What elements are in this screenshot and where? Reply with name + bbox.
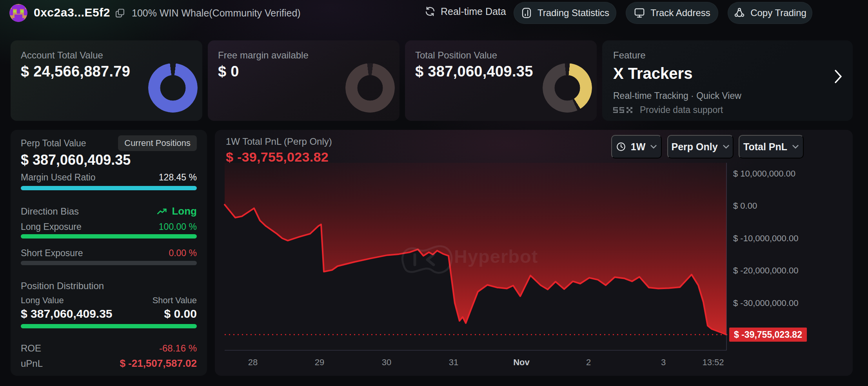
chevron-right-icon	[834, 69, 843, 84]
short-exposure-bar	[21, 261, 197, 265]
position-distribution-label: Position Distribution	[21, 280, 104, 291]
pixel-logo-icon	[613, 106, 634, 115]
panel-title: Perp Total Value	[21, 138, 86, 149]
card-title: Free margin available	[218, 50, 309, 61]
feature-x-trackers-card[interactable]: Feature X Trackers Real-time Tracking · …	[602, 40, 853, 121]
perp-total-value-panel: Perp Total Value Current Positions $ 387…	[11, 130, 207, 376]
clock-icon	[616, 142, 626, 152]
short-exposure-label: Short Exposure	[21, 248, 83, 259]
avatar	[9, 4, 27, 22]
x-tick-label: 28	[229, 357, 276, 368]
network-icon	[734, 7, 745, 19]
roe-label: ROE	[21, 343, 41, 354]
last-value-badge: $ -39,755,023.82	[729, 328, 807, 342]
copy-address-icon[interactable]	[114, 8, 125, 19]
feature-title: X Trackers	[613, 65, 692, 82]
pnl-chart-card: Hyperbot 1W Total PnL (Perp Only) $ -39,…	[215, 130, 853, 376]
realtime-data[interactable]: Real-time Data	[424, 5, 506, 17]
roe-value: -68.16 %	[159, 343, 197, 354]
trend-up-icon	[157, 207, 168, 216]
margin-used-value: 128.45 %	[159, 172, 197, 183]
card-title: Account Total Value	[21, 50, 103, 61]
position-donut-chart	[543, 63, 592, 113]
chevron-down-icon	[792, 144, 799, 149]
monitor-icon	[634, 7, 645, 19]
feature-support-row: Provide data support	[613, 105, 723, 115]
hyperbot-watermark-text: Hyperbot	[454, 246, 538, 267]
total-position-value: $ 387,060,409.35	[415, 63, 533, 80]
free-margin-card: Free margin available $ 0 Withdrawable 0…	[208, 40, 399, 121]
x-tick-label: 13:52	[690, 357, 737, 368]
timeframe-dropdown[interactable]: 1W	[611, 135, 662, 158]
long-value-label: Long Value	[21, 295, 64, 306]
chevron-down-icon	[723, 144, 730, 149]
long-value-amount: $ 387,060,409.35	[21, 307, 113, 320]
x-tick-label: 31	[430, 357, 477, 368]
x-tick-label: 29	[296, 357, 343, 368]
short-value-amount: $ 0.00	[164, 307, 197, 320]
chevron-down-icon	[650, 144, 657, 149]
trading-statistics-button[interactable]: Trading Statistics	[514, 2, 616, 24]
x-tick-label: 2	[565, 357, 612, 368]
x-tick-label: 30	[363, 357, 410, 368]
account-donut-chart	[148, 63, 198, 113]
feature-subtitle: Real-time Tracking · Quick View	[613, 91, 741, 101]
direction-bias-label: Direction Bias	[21, 206, 79, 217]
chart-title: 1W Total PnL (Perp Only)	[226, 136, 332, 147]
upnl-label: uPnL	[21, 358, 43, 369]
track-address-button[interactable]: Track Address	[626, 2, 718, 24]
y-tick-label: $ -30,000,000.00	[733, 298, 798, 308]
y-tick-label: $ 10,000,000.00	[733, 169, 795, 179]
direction-bias-value: Long	[157, 205, 197, 217]
current-positions-button[interactable]: Current Positions	[118, 135, 197, 151]
long-exposure-label: Long Exposure	[21, 222, 82, 232]
wallet-address: 0xc2a3...E5f2	[34, 6, 110, 19]
y-tick-label: $ -10,000,000.00	[733, 233, 798, 244]
whale-dashboard: 0xc2a3...E5f2 100% WIN Whale(Community V…	[0, 0, 868, 386]
upnl-value: $ -21,507,587.02	[120, 357, 197, 370]
refresh-icon	[424, 5, 436, 17]
verified-badge-text: 100% WIN Whale(Community Verified)	[132, 7, 301, 19]
x-tick-label: Nov	[498, 357, 545, 368]
margin-used-label: Margin Used Ratio	[21, 172, 95, 183]
margin-used-bar	[21, 186, 197, 190]
long-exposure-value: 100.00 %	[159, 222, 197, 232]
long-exposure-bar	[21, 234, 197, 239]
free-margin-donut-chart	[345, 63, 395, 113]
total-position-value-card: Total Position Value $ 387,060,409.35 Le…	[405, 40, 597, 121]
market-dropdown[interactable]: Perp Only	[667, 135, 734, 158]
perp-total-value: $ 387,060,409.35	[21, 152, 131, 168]
free-margin-value: $ 0	[218, 63, 239, 80]
copy-trading-button[interactable]: Copy Trading	[728, 2, 812, 24]
y-tick-label: $ -20,000,000.00	[733, 266, 798, 276]
hyperbot-logo-watermark	[394, 235, 457, 282]
distribution-bar	[21, 324, 197, 328]
metric-dropdown[interactable]: Total PnL	[739, 135, 804, 158]
short-exposure-value: 0.00 %	[169, 248, 197, 259]
account-total-value-card: Account Total Value $ 24,566,887.79 Perp…	[11, 40, 202, 121]
card-title: Total Position Value	[415, 50, 497, 61]
account-total-value: $ 24,566,887.79	[21, 63, 130, 80]
x-tick-label: 3	[640, 357, 687, 368]
chart-current-value: $ -39,755,023.82	[226, 149, 329, 165]
feature-label: Feature	[613, 50, 646, 61]
y-tick-label: $ 0.00	[733, 201, 757, 211]
support-text: Provide data support	[640, 105, 723, 115]
bar-chart-icon	[521, 7, 532, 19]
header: 0xc2a3...E5f2 100% WIN Whale(Community V…	[0, 0, 868, 26]
short-value-label: Short Value	[153, 295, 197, 306]
